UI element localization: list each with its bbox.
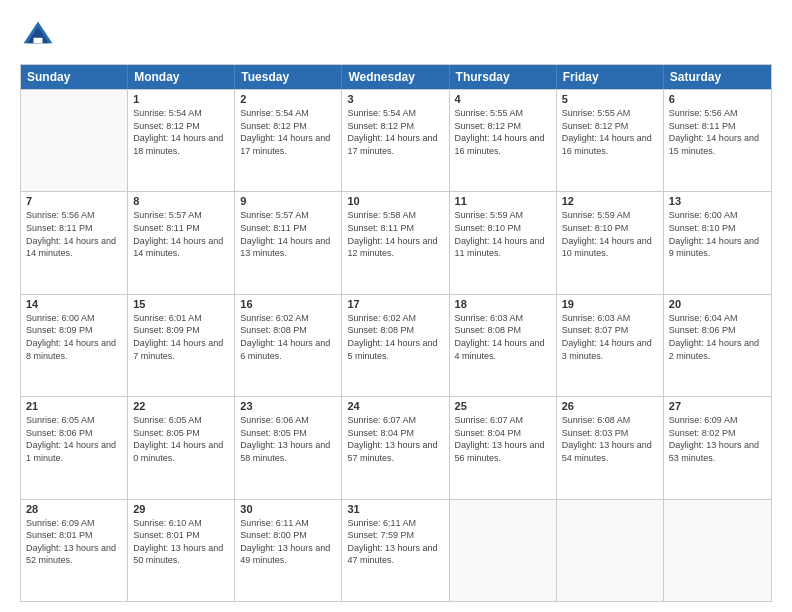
day-number: 10: [347, 195, 443, 207]
svg-rect-2: [34, 38, 43, 43]
calendar-cell: 9Sunrise: 5:57 AMSunset: 8:11 PMDaylight…: [235, 192, 342, 293]
day-number: 13: [669, 195, 766, 207]
day-info: Sunrise: 6:01 AMSunset: 8:09 PMDaylight:…: [133, 312, 229, 362]
day-info: Sunrise: 5:54 AMSunset: 8:12 PMDaylight:…: [133, 107, 229, 157]
calendar-cell: 18Sunrise: 6:03 AMSunset: 8:08 PMDayligh…: [450, 295, 557, 396]
calendar-body: 1Sunrise: 5:54 AMSunset: 8:12 PMDaylight…: [21, 89, 771, 601]
day-number: 2: [240, 93, 336, 105]
day-number: 31: [347, 503, 443, 515]
logo: [20, 18, 62, 54]
logo-icon: [20, 18, 56, 54]
day-info: Sunrise: 6:11 AMSunset: 8:00 PMDaylight:…: [240, 517, 336, 567]
day-number: 26: [562, 400, 658, 412]
day-info: Sunrise: 6:06 AMSunset: 8:05 PMDaylight:…: [240, 414, 336, 464]
day-info: Sunrise: 5:55 AMSunset: 8:12 PMDaylight:…: [455, 107, 551, 157]
calendar-cell: 23Sunrise: 6:06 AMSunset: 8:05 PMDayligh…: [235, 397, 342, 498]
calendar-cell: 30Sunrise: 6:11 AMSunset: 8:00 PMDayligh…: [235, 500, 342, 601]
day-number: 20: [669, 298, 766, 310]
day-number: 6: [669, 93, 766, 105]
calendar-cell: 17Sunrise: 6:02 AMSunset: 8:08 PMDayligh…: [342, 295, 449, 396]
day-number: 27: [669, 400, 766, 412]
day-number: 29: [133, 503, 229, 515]
day-number: 3: [347, 93, 443, 105]
calendar-row-5: 28Sunrise: 6:09 AMSunset: 8:01 PMDayligh…: [21, 499, 771, 601]
day-info: Sunrise: 5:56 AMSunset: 8:11 PMDaylight:…: [669, 107, 766, 157]
day-info: Sunrise: 5:57 AMSunset: 8:11 PMDaylight:…: [240, 209, 336, 259]
day-number: 1: [133, 93, 229, 105]
day-number: 28: [26, 503, 122, 515]
calendar-cell: 26Sunrise: 6:08 AMSunset: 8:03 PMDayligh…: [557, 397, 664, 498]
day-info: Sunrise: 6:07 AMSunset: 8:04 PMDaylight:…: [347, 414, 443, 464]
calendar-cell: 4Sunrise: 5:55 AMSunset: 8:12 PMDaylight…: [450, 90, 557, 191]
calendar-row-4: 21Sunrise: 6:05 AMSunset: 8:06 PMDayligh…: [21, 396, 771, 498]
calendar-cell: 25Sunrise: 6:07 AMSunset: 8:04 PMDayligh…: [450, 397, 557, 498]
calendar-cell: 20Sunrise: 6:04 AMSunset: 8:06 PMDayligh…: [664, 295, 771, 396]
calendar-cell: 14Sunrise: 6:00 AMSunset: 8:09 PMDayligh…: [21, 295, 128, 396]
day-info: Sunrise: 5:56 AMSunset: 8:11 PMDaylight:…: [26, 209, 122, 259]
calendar-cell: 7Sunrise: 5:56 AMSunset: 8:11 PMDaylight…: [21, 192, 128, 293]
calendar-row-1: 1Sunrise: 5:54 AMSunset: 8:12 PMDaylight…: [21, 89, 771, 191]
header-day-sunday: Sunday: [21, 65, 128, 89]
calendar-header: SundayMondayTuesdayWednesdayThursdayFrid…: [21, 65, 771, 89]
day-number: 21: [26, 400, 122, 412]
day-number: 16: [240, 298, 336, 310]
day-number: 24: [347, 400, 443, 412]
day-number: 4: [455, 93, 551, 105]
day-info: Sunrise: 6:05 AMSunset: 8:06 PMDaylight:…: [26, 414, 122, 464]
day-number: 12: [562, 195, 658, 207]
day-info: Sunrise: 6:09 AMSunset: 8:01 PMDaylight:…: [26, 517, 122, 567]
day-number: 23: [240, 400, 336, 412]
calendar-cell: 31Sunrise: 6:11 AMSunset: 7:59 PMDayligh…: [342, 500, 449, 601]
day-info: Sunrise: 6:03 AMSunset: 8:08 PMDaylight:…: [455, 312, 551, 362]
day-number: 18: [455, 298, 551, 310]
header: [20, 18, 772, 54]
calendar-cell: 13Sunrise: 6:00 AMSunset: 8:10 PMDayligh…: [664, 192, 771, 293]
calendar-cell: 12Sunrise: 5:59 AMSunset: 8:10 PMDayligh…: [557, 192, 664, 293]
day-info: Sunrise: 5:54 AMSunset: 8:12 PMDaylight:…: [240, 107, 336, 157]
day-number: 17: [347, 298, 443, 310]
header-day-friday: Friday: [557, 65, 664, 89]
calendar: SundayMondayTuesdayWednesdayThursdayFrid…: [20, 64, 772, 602]
header-day-saturday: Saturday: [664, 65, 771, 89]
header-day-monday: Monday: [128, 65, 235, 89]
calendar-cell: 10Sunrise: 5:58 AMSunset: 8:11 PMDayligh…: [342, 192, 449, 293]
calendar-cell: 24Sunrise: 6:07 AMSunset: 8:04 PMDayligh…: [342, 397, 449, 498]
day-info: Sunrise: 6:02 AMSunset: 8:08 PMDaylight:…: [240, 312, 336, 362]
calendar-cell: 11Sunrise: 5:59 AMSunset: 8:10 PMDayligh…: [450, 192, 557, 293]
day-info: Sunrise: 5:55 AMSunset: 8:12 PMDaylight:…: [562, 107, 658, 157]
day-info: Sunrise: 6:02 AMSunset: 8:08 PMDaylight:…: [347, 312, 443, 362]
day-number: 14: [26, 298, 122, 310]
calendar-row-2: 7Sunrise: 5:56 AMSunset: 8:11 PMDaylight…: [21, 191, 771, 293]
calendar-cell: 27Sunrise: 6:09 AMSunset: 8:02 PMDayligh…: [664, 397, 771, 498]
calendar-cell: 19Sunrise: 6:03 AMSunset: 8:07 PMDayligh…: [557, 295, 664, 396]
header-day-wednesday: Wednesday: [342, 65, 449, 89]
calendar-cell: 28Sunrise: 6:09 AMSunset: 8:01 PMDayligh…: [21, 500, 128, 601]
calendar-cell: 5Sunrise: 5:55 AMSunset: 8:12 PMDaylight…: [557, 90, 664, 191]
day-info: Sunrise: 6:04 AMSunset: 8:06 PMDaylight:…: [669, 312, 766, 362]
day-info: Sunrise: 6:10 AMSunset: 8:01 PMDaylight:…: [133, 517, 229, 567]
calendar-cell: 6Sunrise: 5:56 AMSunset: 8:11 PMDaylight…: [664, 90, 771, 191]
header-day-thursday: Thursday: [450, 65, 557, 89]
day-info: Sunrise: 6:00 AMSunset: 8:10 PMDaylight:…: [669, 209, 766, 259]
day-number: 9: [240, 195, 336, 207]
calendar-cell: 8Sunrise: 5:57 AMSunset: 8:11 PMDaylight…: [128, 192, 235, 293]
day-info: Sunrise: 6:05 AMSunset: 8:05 PMDaylight:…: [133, 414, 229, 464]
day-number: 25: [455, 400, 551, 412]
day-number: 8: [133, 195, 229, 207]
day-number: 30: [240, 503, 336, 515]
header-day-tuesday: Tuesday: [235, 65, 342, 89]
day-info: Sunrise: 6:00 AMSunset: 8:09 PMDaylight:…: [26, 312, 122, 362]
day-info: Sunrise: 6:07 AMSunset: 8:04 PMDaylight:…: [455, 414, 551, 464]
calendar-cell: [664, 500, 771, 601]
calendar-row-3: 14Sunrise: 6:00 AMSunset: 8:09 PMDayligh…: [21, 294, 771, 396]
calendar-cell: 2Sunrise: 5:54 AMSunset: 8:12 PMDaylight…: [235, 90, 342, 191]
calendar-cell: 29Sunrise: 6:10 AMSunset: 8:01 PMDayligh…: [128, 500, 235, 601]
calendar-cell: 21Sunrise: 6:05 AMSunset: 8:06 PMDayligh…: [21, 397, 128, 498]
day-number: 5: [562, 93, 658, 105]
calendar-cell: [450, 500, 557, 601]
day-info: Sunrise: 5:57 AMSunset: 8:11 PMDaylight:…: [133, 209, 229, 259]
day-number: 7: [26, 195, 122, 207]
day-number: 15: [133, 298, 229, 310]
page: SundayMondayTuesdayWednesdayThursdayFrid…: [0, 0, 792, 612]
calendar-cell: 16Sunrise: 6:02 AMSunset: 8:08 PMDayligh…: [235, 295, 342, 396]
